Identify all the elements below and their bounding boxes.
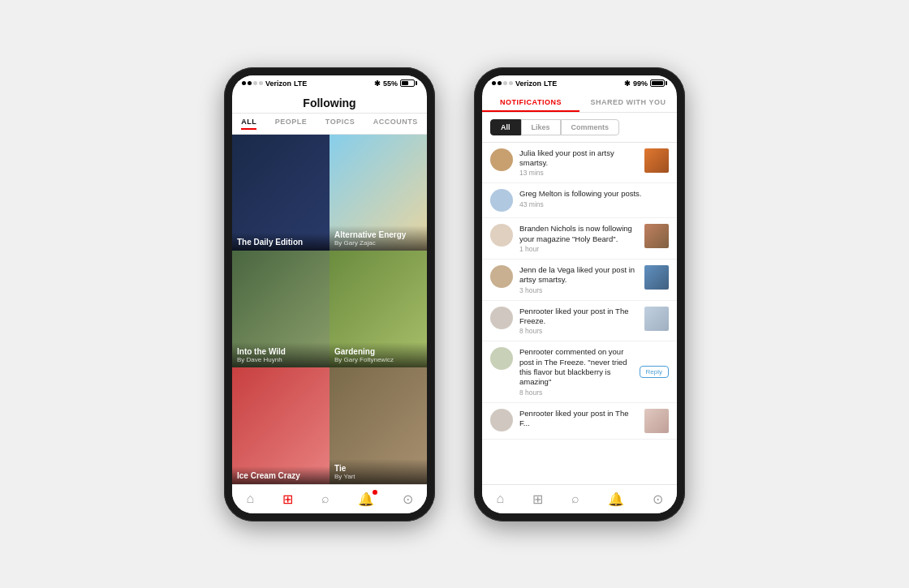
grid-icon[interactable]: ⊞ [282,491,293,507]
grid-item-title: Tie [334,464,422,473]
grid-icon[interactable]: ⊞ [532,491,543,507]
tab-all[interactable]: ALL [241,118,256,130]
grid-item-sub: By Yart [334,473,422,480]
status-bar-2: Verizon LTE ✱ 99% [482,75,677,92]
search-icon[interactable]: ⌕ [321,491,330,506]
grid-item-sub: By Dave Huynh [237,356,325,363]
network-label: LTE [294,79,307,88]
signal-dot [248,81,252,85]
notification-content: Greg Melton is following your posts. 43 … [519,189,669,208]
notifications-list: Julia liked your post in artsy smartsy. … [482,143,677,484]
grid-item[interactable]: The Daily Edition [232,135,330,251]
avatar [490,224,513,247]
notification-text: Branden Nichols is now following your ma… [519,224,638,244]
signal-dot [259,81,263,85]
grid-item-title: Into the Wild [237,347,325,356]
battery-percent: 55% [383,79,398,88]
notification-time: 8 hours [519,388,633,397]
bottom-nav-2: ⌂ ⊞ ⌕ 🔔 ⊙ [482,484,677,513]
network-label: LTE [544,79,557,88]
bluetooth-icon: ✱ [624,79,631,88]
page-title: Following [232,97,427,109]
notification-time: 8 hours [519,327,638,335]
grid-item-title: The Daily Edition [237,238,325,247]
home-icon[interactable]: ⌂ [246,491,254,506]
notification-content: Penrooter commented on your post in The … [519,347,633,396]
notification-content: Julia liked your post in artsy smartsy. … [519,148,638,178]
phone-2: Verizon LTE ✱ 99% NOTIFICATIONS SHARED W… [474,67,685,521]
notification-item[interactable]: Penrooter liked your post in The Freeze.… [482,301,677,342]
notification-text: Penrooter liked your post in The F... [519,409,638,429]
grid-item-sub: By Gary Zajac [334,239,422,247]
signal-dot [253,81,257,85]
notification-text: Jenn de la Vega liked your post in artsy… [519,265,638,285]
reply-button[interactable]: Reply [640,366,669,378]
notification-dot [373,490,377,495]
tab-people[interactable]: PEOPLE [275,118,308,130]
avatar [490,409,513,431]
avatar [490,189,513,212]
signal-dot [498,81,502,85]
carrier-label: Verizon [515,79,541,88]
grid-item-sub: By Gary Foltynewicz [334,356,422,363]
notification-text: Greg Melton is following your posts. [519,189,669,199]
home-icon[interactable]: ⌂ [496,491,504,506]
notification-content: Branden Nichols is now following your ma… [519,224,638,253]
content-grid: The Daily Edition Alternative Energy By … [232,135,427,484]
tab-notifications[interactable]: NOTIFICATIONS [482,92,579,112]
bell-icon[interactable]: 🔔 [608,491,624,507]
filter-likes[interactable]: Likes [521,119,561,135]
signal-dot [492,81,496,85]
filter-all[interactable]: All [490,119,521,135]
grid-item[interactable]: Ice Cream Crazy [232,367,330,484]
profile-icon[interactable]: ⊙ [653,491,663,507]
notification-time: 1 hour [519,245,638,253]
notification-text: Penrooter liked your post in The Freeze. [519,307,638,327]
thumbnail [644,265,669,290]
notification-item[interactable]: Penrooter liked your post in The F... [482,403,677,440]
notification-content: Jenn de la Vega liked your post in artsy… [519,265,638,294]
notification-item[interactable]: Julia liked your post in artsy smartsy. … [482,143,677,184]
notification-item[interactable]: Jenn de la Vega liked your post in artsy… [482,260,677,301]
grid-item-title: Alternative Energy [334,230,422,239]
tab-accounts[interactable]: ACCOUNTS [373,118,418,130]
battery-icon [400,79,417,87]
bottom-nav: ⌂ ⊞ ⌕ 🔔 ⊙ [232,484,427,513]
battery-percent: 99% [633,79,648,88]
notification-content: Penrooter liked your post in The F... [519,409,638,429]
notification-item[interactable]: Greg Melton is following your posts. 43 … [482,183,677,218]
avatar [490,347,513,370]
filter-comments[interactable]: Comments [561,119,620,135]
phone-1: Verizon LTE ✱ 55% Following ALL PEOPLE T… [224,67,435,521]
bell-icon[interactable]: 🔔 [358,491,374,507]
profile-icon[interactable]: ⊙ [403,491,413,507]
following-header: Following [232,92,427,114]
notification-item[interactable]: Branden Nichols is now following your ma… [482,218,677,260]
grid-item[interactable]: Into the Wild By Dave Huynh [232,251,330,367]
notification-time: 3 hours [519,286,638,294]
tab-shared[interactable]: SHARED WITH YOU [579,92,677,112]
avatar [490,148,513,171]
notification-content: Penrooter liked your post in The Freeze.… [519,307,638,336]
signal-dot [509,81,513,85]
signal-dot [503,81,507,85]
status-bar-1: Verizon LTE ✱ 55% [232,75,427,92]
avatar [490,307,513,329]
grid-item[interactable]: Alternative Energy By Gary Zajac [330,135,427,251]
thumbnail [644,409,669,433]
thumbnail [644,307,669,331]
thumbnail [644,148,669,173]
tab-topics[interactable]: TOPICS [325,118,355,130]
grid-item[interactable]: Gardening By Gary Foltynewicz [330,251,427,367]
grid-item[interactable]: Tie By Yart [330,367,427,484]
notification-item[interactable]: Penrooter commented on your post in The … [482,341,677,402]
filter-tabs: ALL PEOPLE TOPICS ACCOUNTS [232,114,427,135]
avatar [490,265,513,288]
notification-time: 43 mins [519,200,669,208]
notification-text: Julia liked your post in artsy smartsy. [519,148,638,169]
notification-text: Penrooter commented on your post in The … [519,347,633,387]
grid-item-title: Ice Cream Crazy [237,471,325,480]
search-icon[interactable]: ⌕ [571,491,579,506]
carrier-label: Verizon [265,79,291,88]
main-tabs: NOTIFICATIONS SHARED WITH YOU [482,92,677,113]
